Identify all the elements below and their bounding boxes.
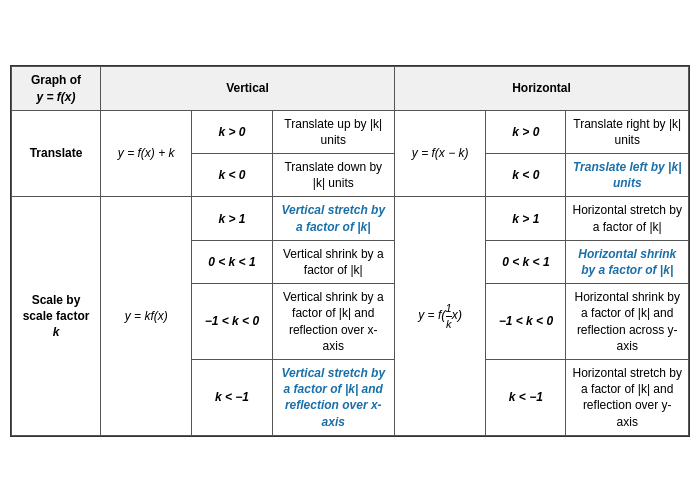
scale-vert-k-gt1: k > 1 — [192, 197, 272, 240]
header-graph: Graph of y = f(x) — [12, 67, 101, 110]
scale-vert-desc-neg1-0: Vertical shrink by a factor of |k| and r… — [272, 284, 394, 360]
translate-vert-desc-lt0: Translate down by |k| units — [272, 154, 394, 197]
scale-vert-k-lt-neg1: k < −1 — [192, 359, 272, 435]
scale-label: Scale byscale factor k — [12, 197, 101, 435]
translate-horiz-eq: y = f(x − k) — [395, 110, 486, 197]
scale-vert-desc-0-1: Vertical shrink by a factor of |k| — [272, 240, 394, 283]
scale-vert-eq: y = kf(x) — [101, 197, 192, 435]
translate-horiz-desc-lt0: Translate left by |k| units — [566, 154, 689, 197]
scale-horiz-k-lt-neg1: k < −1 — [486, 359, 566, 435]
scale-horiz-desc-0-1: Horizontal shrink by a factor of |k| — [566, 240, 689, 283]
header-vertical: Vertical — [101, 67, 395, 110]
scale-vert-k-0-1: 0 < k < 1 — [192, 240, 272, 283]
scale-horiz-desc-neg1-0: Horizontal shrink by a factor of |k| and… — [566, 284, 689, 360]
translate-vert-k-gt0: k > 0 — [192, 110, 272, 153]
scale-vert-desc-lt-neg1: Vertical stretch by a factor of |k| and … — [272, 359, 394, 435]
translate-horiz-k-gt0: k > 0 — [486, 110, 566, 153]
scale-horiz-eq: y = f(1kx) — [395, 197, 486, 435]
scale-vert-desc-gt1: Vertical stretch by a factor of |k| — [272, 197, 394, 240]
main-table-wrapper: Graph of y = f(x) Vertical Horizontal Tr… — [10, 65, 690, 436]
translate-horiz-desc-gt0: Translate right by |k| units — [566, 110, 689, 153]
translate-horiz-k-lt0: k < 0 — [486, 154, 566, 197]
scale-horiz-k-0-1: 0 < k < 1 — [486, 240, 566, 283]
header-horizontal: Horizontal — [395, 67, 689, 110]
translate-vert-eq: y = f(x) + k — [101, 110, 192, 197]
scale-horiz-k-neg1-0: −1 < k < 0 — [486, 284, 566, 360]
translate-vert-desc-gt0: Translate up by |k| units — [272, 110, 394, 153]
translate-vert-k-lt0: k < 0 — [192, 154, 272, 197]
scale-horiz-desc-gt1: Horizontal stretch by a factor of |k| — [566, 197, 689, 240]
translate-label: Translate — [12, 110, 101, 197]
scale-horiz-k-gt1: k > 1 — [486, 197, 566, 240]
scale-vert-k-neg1-0: −1 < k < 0 — [192, 284, 272, 360]
scale-horiz-desc-lt-neg1: Horizontal stretch by a factor of |k| an… — [566, 359, 689, 435]
